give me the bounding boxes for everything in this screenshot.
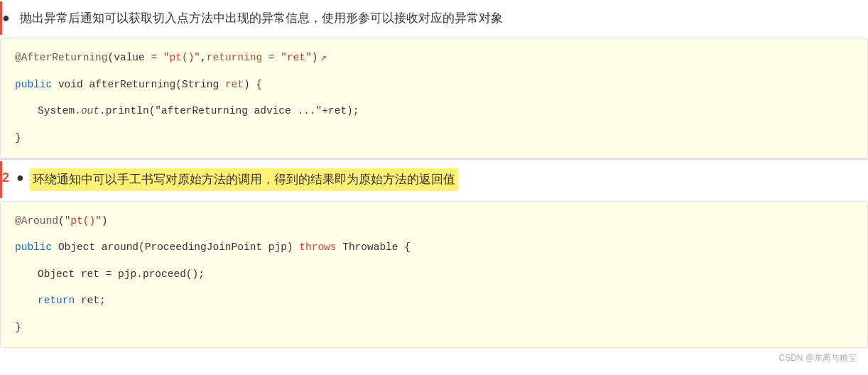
code-line-3: System.out.println("afterReturning advic… xyxy=(38,102,853,121)
code-line-around-2: public Object around(ProceedingJoinPoint… xyxy=(15,238,853,258)
bullet-number-2: 2 xyxy=(2,168,15,188)
cursor-icon: ↗ xyxy=(320,52,326,63)
bullet-row-2: 2 ● 环绕通知中可以手工书写对原始方法的调用，得到的结果即为原始方法的返回值 xyxy=(0,161,868,197)
code-line-around-3: Object ret = pjp.proceed(); xyxy=(38,265,853,285)
bullet-row-1: ● 抛出异常后通知可以获取切入点方法中出现的异常信息，使用形参可以接收对应的异常… xyxy=(0,1,868,35)
tok-annotation-1: @AfterReturning xyxy=(15,52,108,63)
code-line-annotation-1: @AfterReturning(value = "pt()",returning… xyxy=(15,48,853,68)
code-line-2: public void afterReturning(String ret) { xyxy=(15,75,853,95)
code-line-around-4: return ret; xyxy=(38,291,853,311)
bullet-dot-1: ● xyxy=(2,9,10,28)
code-block-2: @Around("pt()") public Object around(Pro… xyxy=(0,201,868,349)
section-1: ● 抛出异常后通知可以获取切入点方法中出现的异常信息，使用形参可以接收对应的异常… xyxy=(0,0,868,158)
bullet-text-2: 环绕通知中可以手工书写对原始方法的调用，得到的结果即为原始方法的返回值 xyxy=(30,168,458,190)
code-block-1: @AfterReturning(value = "pt()",returning… xyxy=(0,38,868,158)
bullet-dot-2: ● xyxy=(16,168,24,188)
code-line-around-5: } xyxy=(15,318,853,338)
page-wrapper: ● 抛出异常后通知可以获取切入点方法中出现的异常信息，使用形参可以接收对应的异常… xyxy=(0,0,868,369)
code-line-around-1: @Around("pt()") xyxy=(15,212,853,232)
bullet-text-1: 抛出异常后通知可以获取切入点方法中出现的异常信息，使用形参可以接收对应的异常对象 xyxy=(16,9,503,28)
watermark: CSDN @东离与糖宝 xyxy=(0,348,868,369)
code-line-4: } xyxy=(15,129,853,148)
section-2: 2 ● 环绕通知中可以手工书写对原始方法的调用，得到的结果即为原始方法的返回值 … xyxy=(0,161,868,348)
section-divider xyxy=(0,158,868,160)
